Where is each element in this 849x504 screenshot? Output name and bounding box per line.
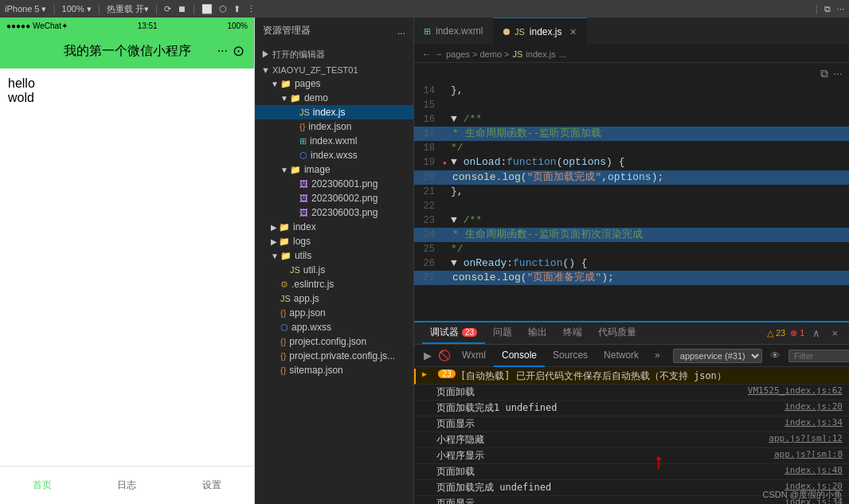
tree-item-index-json[interactable]: {} index.json xyxy=(255,119,413,134)
link-unload1[interactable]: VM1525_index.js:62 xyxy=(748,385,843,396)
console-tab-sources[interactable]: Sources xyxy=(545,345,596,367)
link-showmini[interactable]: app.js?[sm]:8 xyxy=(774,449,843,459)
phone-tab-settings[interactable]: 设置 xyxy=(170,467,254,504)
tree-item-index-js[interactable]: JS index.js xyxy=(255,105,413,119)
breadcrumb-nav-back[interactable]: ← xyxy=(422,49,431,59)
file-tree-title: 资源管理器 xyxy=(263,24,311,37)
fold-arrow-logs: ▶ xyxy=(271,237,277,246)
ellipsis-btn[interactable]: ··· xyxy=(837,4,844,14)
tree-item-index-wxss[interactable]: ⬡ index.wxss xyxy=(255,148,413,162)
tab-index-wxml[interactable]: ⊞ index.wxml xyxy=(414,18,494,45)
tree-item-project-config[interactable]: {} project.config.json xyxy=(255,334,413,349)
filter-input[interactable] xyxy=(788,350,849,362)
open-editors-section[interactable]: ▶ 打开的编辑器 xyxy=(255,45,413,62)
phone-title: 我的第一个微信小程序 xyxy=(64,43,191,60)
service-selector[interactable]: appservice (#31) xyxy=(673,349,762,363)
tree-item-eslintrc[interactable]: ⚙ .eslintrc.js xyxy=(255,277,413,291)
tree-item-index-wxml[interactable]: ⊞ index.wxml xyxy=(255,134,413,148)
code-line-24: 24 * 生命周期函数--监听页面初次渲染完成 xyxy=(414,228,849,242)
tab-index-js[interactable]: JS index.js × xyxy=(494,18,587,45)
phone-tab-log[interactable]: 日志 xyxy=(84,467,169,504)
tree-item-png1[interactable]: 🖼 202306001.png xyxy=(255,177,413,191)
tree-item-sitemap[interactable]: {} sitemap.json xyxy=(255,363,413,377)
project-section[interactable]: ▼ XIAOYU_ZF_TEST01 xyxy=(255,62,413,76)
phone-tab-home[interactable]: 首页 xyxy=(0,467,84,504)
top-toolbar: iPhone 5 ▾ | 100% ▾ | 热重载 开▾ | ⟳ ⏹ | ⬜ ⬡… xyxy=(0,0,849,18)
console-tab-network[interactable]: Network xyxy=(596,345,647,367)
warning-count: △ 23 xyxy=(767,328,785,338)
tree-item-png3[interactable]: 🖼 202306003.png xyxy=(255,205,413,220)
tree-item-app-wxss[interactable]: ⬡ app.wxss xyxy=(255,320,413,334)
compile-btn[interactable]: ⬜ xyxy=(201,4,213,14)
tab-output[interactable]: 输出 xyxy=(520,322,555,344)
upload-btn[interactable]: ⬆ xyxy=(233,4,241,14)
tree-item-logs[interactable]: ▶ 📁 logs xyxy=(255,234,413,248)
tab-terminal[interactable]: 终端 xyxy=(555,322,590,344)
panel-close-btn[interactable]: × xyxy=(828,326,841,341)
block-btn[interactable]: 🚫 xyxy=(435,348,454,363)
link-load1[interactable]: index.js:20 xyxy=(784,401,843,412)
phone-status-bar: ●●●●● WeChat✦ 13:51 100% xyxy=(0,18,254,33)
console-tab-console[interactable]: Console xyxy=(494,345,545,367)
tree-item-app-js[interactable]: JS app.js xyxy=(255,291,413,306)
png-icon-3: 🖼 xyxy=(299,208,308,217)
tree-item-util-js[interactable]: JS util.js xyxy=(255,263,413,277)
tree-item-image[interactable]: ▼ 📁 image xyxy=(255,162,413,177)
link-hide[interactable]: app.js?[sm]:12 xyxy=(769,433,843,443)
json-icon-project-private: {} xyxy=(280,351,286,361)
tab-issues[interactable]: 问题 xyxy=(485,322,520,344)
wxss-icon-index: ⬡ xyxy=(299,150,307,161)
phone-content-line1: hello xyxy=(8,76,246,91)
eye-btn[interactable]: 👁 xyxy=(767,348,784,363)
console-row-hide: 小程序隐藏 app.js?[sm]:12 xyxy=(414,432,849,448)
split-view-btn[interactable]: ⧉ xyxy=(824,4,831,14)
phone-battery: 100% xyxy=(227,21,248,30)
preview-btn[interactable]: ⬡ xyxy=(219,4,227,14)
tab-code-quality[interactable]: 代码质量 xyxy=(590,322,644,344)
more-actions-btn[interactable]: ··· xyxy=(833,67,843,80)
code-line-14: 14 }, xyxy=(414,84,849,98)
zoom-selector[interactable]: 100% ▾ xyxy=(62,4,92,14)
refresh-btn[interactable]: ⟳ xyxy=(164,4,171,14)
panel-collapse-btn[interactable]: ∧ xyxy=(809,326,824,341)
link-unload2[interactable]: index.js:48 xyxy=(784,465,843,475)
folder-icon-pages: 📁 xyxy=(280,79,291,89)
fold-arrow-index-folder: ▶ xyxy=(271,223,277,232)
tab-close-btn[interactable]: × xyxy=(570,25,577,38)
tree-item-demo[interactable]: ▼ 📁 demo xyxy=(255,91,413,105)
code-editor[interactable]: 14 }, 15 16 ▼ /** 17 * 生命周期函数--监听页面加载 xyxy=(414,84,849,321)
png-icon-1: 🖼 xyxy=(299,179,308,189)
breadcrumb-nav-forward[interactable]: → xyxy=(434,49,443,59)
json-icon-app: {} xyxy=(280,308,286,318)
more-btn[interactable]: ⋮ xyxy=(247,4,256,14)
breadcrumb-filename: index.js xyxy=(526,49,555,59)
device-selector[interactable]: iPhone 5 ▾ xyxy=(5,4,46,14)
console-toolbar: ▶ 🚫 Wxml Console Sources Network xyxy=(414,345,849,367)
csdn-watermark: CSDN @度假的小鱼 xyxy=(763,489,843,501)
code-line-22: 22 xyxy=(414,199,849,213)
tree-item-pages[interactable]: ▼ 📁 pages xyxy=(255,76,413,91)
tree-item-index-folder[interactable]: ▶ 📁 index xyxy=(255,220,413,234)
fold-arrow-image: ▼ xyxy=(280,166,288,174)
console-tab-more[interactable]: » xyxy=(647,345,668,367)
console-tab-wxml[interactable]: Wxml xyxy=(454,345,494,367)
tree-item-png2[interactable]: 🖼 202306002.png xyxy=(255,191,413,205)
tree-item-utils[interactable]: ▼ 📁 utils xyxy=(255,248,413,263)
phone-nav-dots[interactable]: ··· ⊙ xyxy=(217,42,245,60)
folder-icon-logs: 📁 xyxy=(279,236,290,247)
tree-item-project-private[interactable]: {} project.private.config.js... xyxy=(255,349,413,363)
folder-icon-image: 📁 xyxy=(290,165,301,175)
hot-reload-toggle[interactable]: 热重载 开▾ xyxy=(107,3,149,15)
link-show1[interactable]: index.js:34 xyxy=(784,417,843,428)
tree-item-app-json[interactable]: {} app.json xyxy=(255,306,413,320)
folder-icon-utils: 📁 xyxy=(280,251,291,261)
stop-btn[interactable]: ⏹ xyxy=(178,4,186,14)
phone-content: hello wold xyxy=(0,68,254,466)
phone-panel: ●●●●● WeChat✦ 13:51 100% 我的第一个微信小程序 ··· … xyxy=(0,18,255,504)
split-editor-btn[interactable]: ⧉ xyxy=(820,67,828,80)
file-tree-header: 资源管理器 ... xyxy=(255,18,413,44)
execute-btn[interactable]: ▶ xyxy=(421,348,435,363)
breadcrumb-path: pages > demo > xyxy=(446,49,510,59)
tab-debugger[interactable]: 调试器 23 xyxy=(422,322,485,344)
file-tree-more-icon[interactable]: ... xyxy=(397,25,405,37)
